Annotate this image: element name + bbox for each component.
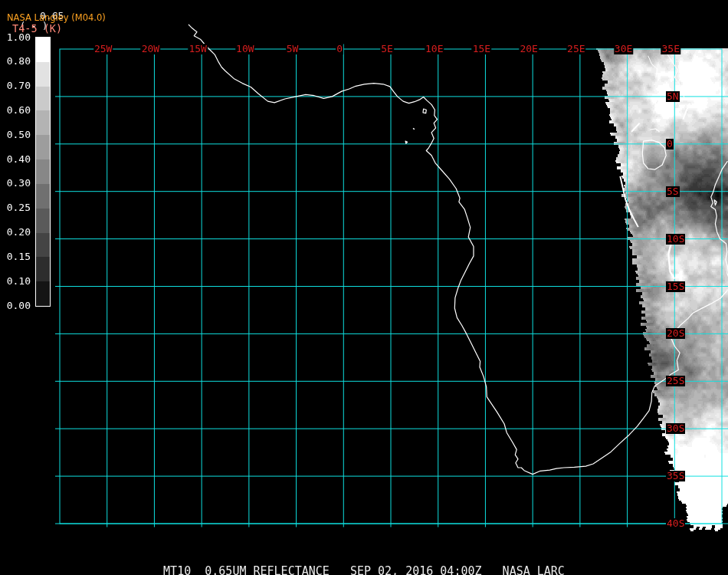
lon-label-30E: 30E <box>614 44 633 54</box>
coastline-west-africa <box>189 25 728 475</box>
island-bioko <box>423 109 426 113</box>
colorbar-tick-label: 0.20 <box>2 227 31 237</box>
colorbar-tick-label: 0.30 <box>2 178 31 188</box>
colorbar-segment <box>36 135 50 159</box>
colorbar-segment <box>36 110 50 135</box>
colorbar-segment <box>36 184 50 209</box>
colorbar-tick-label: 0.60 <box>2 105 31 115</box>
colorbar-segment <box>36 281 50 306</box>
colorbar-tick-label: 1.00 <box>2 32 31 42</box>
lon-label-0: 0 <box>336 44 343 54</box>
river-nile-tributary <box>648 56 657 77</box>
lat-label-35S: 35S <box>666 471 685 481</box>
lake-kyoga <box>650 129 659 132</box>
lake-albert <box>631 123 640 132</box>
lon-label-5W: 5W <box>286 44 300 54</box>
footer-caption: MT10 0.65UM REFLECTANCE SEP 02, 2016 04:… <box>0 564 728 575</box>
lon-label-25E: 25E <box>566 44 585 54</box>
island-principe <box>413 128 415 129</box>
lon-label-5E: 5E <box>380 44 394 54</box>
island-sao-tome <box>405 141 408 143</box>
island-zanzibar <box>714 200 717 205</box>
colorbar-tick-label: 0.50 <box>2 130 31 140</box>
nasa-langley-source-label: NASA Langley (M04.0) <box>7 12 106 23</box>
lat-label-0: 0 <box>666 139 674 150</box>
colorbar-tick-label: 0.15 <box>2 251 31 261</box>
lat-label-25S: 25S <box>666 376 685 386</box>
reflectance-colorbar <box>35 37 51 307</box>
colorbar-tick-label: 0.70 <box>2 80 31 90</box>
satellite-product-image: 0.65um Reflectance Sep 02, 2016 04:00 UT… <box>0 0 728 575</box>
lon-label-20W: 20W <box>141 44 160 54</box>
lon-label-15E: 15E <box>472 44 491 54</box>
lat-label-30S: 30S <box>666 423 685 434</box>
colorbar-segment <box>36 62 50 87</box>
colorbar-segment <box>36 257 50 281</box>
lon-label-10W: 10W <box>235 44 254 54</box>
lake-tanganyika <box>620 176 638 227</box>
colorbar-segment <box>36 38 50 62</box>
lat-label-40S: 40S <box>666 518 685 529</box>
colorbar-tick-label: 0.10 <box>2 276 31 286</box>
coastline-overlay <box>0 0 728 575</box>
lon-label-20E: 20E <box>519 44 538 54</box>
lake-turkana <box>683 104 690 120</box>
coastline-east-africa <box>711 161 728 280</box>
colorbar-segment <box>36 209 50 233</box>
lon-label-35E: 35E <box>661 44 680 54</box>
lat-label-10S: 10S <box>666 234 685 245</box>
colorbar-segment <box>36 87 50 111</box>
timestamp-title: Sep 02, 2016 04:00 UTC <box>0 15 728 28</box>
colorbar-tick-label: 0.80 <box>2 56 31 66</box>
colorbar-tick-label: 0.40 <box>2 154 31 164</box>
lat-label-15S: 15S <box>666 281 685 292</box>
lon-label-15W: 15W <box>188 44 207 54</box>
colorbar-tick-label: 0.25 <box>2 202 31 212</box>
colorbar-tick-label: 0.00 <box>2 301 31 310</box>
lat-label-20S: 20S <box>666 328 685 339</box>
lon-label-10E: 10E <box>425 44 444 54</box>
lon-label-25W: 25W <box>93 44 113 54</box>
lake-victoria <box>642 140 666 169</box>
colorbar-segment <box>36 233 50 258</box>
lat-label-5S: 5S <box>666 186 680 197</box>
lat-label-5N: 5N <box>666 91 680 102</box>
colorbar-segment <box>36 159 50 184</box>
